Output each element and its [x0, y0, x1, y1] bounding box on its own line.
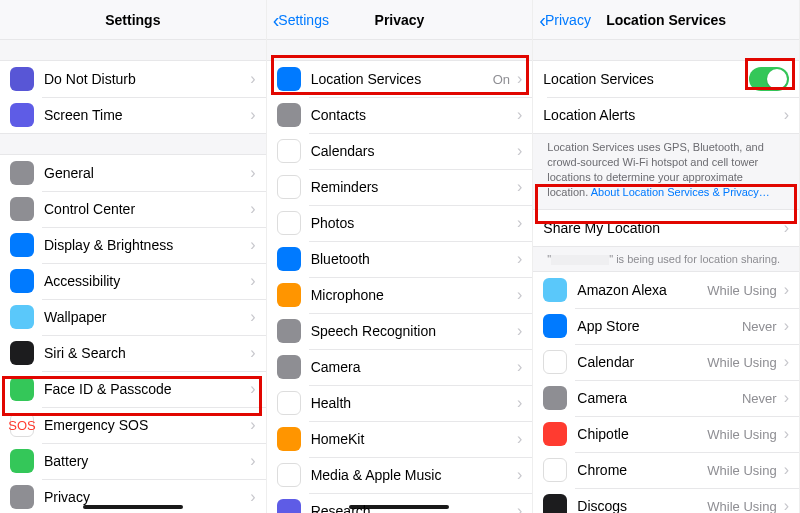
row-label: Chipotle: [577, 426, 707, 442]
row-label: Chrome: [577, 462, 707, 478]
app-row-chipotle[interactable]: Chipotle While Using ›: [533, 416, 799, 452]
settings-row-wallpaper[interactable]: Wallpaper ›: [0, 299, 266, 335]
accessibility-icon: [10, 269, 34, 293]
back-button[interactable]: ‹ Privacy: [539, 10, 591, 30]
hourglass-icon: [10, 103, 34, 127]
privacy-row-location-services[interactable]: Location Services On ›: [267, 61, 533, 97]
row-meta: While Using: [707, 283, 776, 298]
gear-icon: [10, 161, 34, 185]
chevron-right-icon: ›: [250, 200, 255, 218]
privacy-row-reminders[interactable]: Reminders ›: [267, 169, 533, 205]
chevron-right-icon: ›: [250, 70, 255, 88]
row-label: Health: [311, 395, 514, 411]
settings-row-control-center[interactable]: Control Center ›: [0, 191, 266, 227]
privacy-row-contacts[interactable]: Contacts ›: [267, 97, 533, 133]
page-title: Settings: [0, 12, 266, 28]
settings-row-face-id-passcode[interactable]: Face ID & Passcode ›: [0, 371, 266, 407]
row-meta: While Using: [707, 463, 776, 478]
row-label: Emergency SOS: [44, 417, 247, 433]
settings-row-battery[interactable]: Battery ›: [0, 443, 266, 479]
app-row-calendar[interactable]: Calendar While Using ›: [533, 344, 799, 380]
calendar-icon: [543, 350, 567, 374]
speech-icon: [277, 319, 301, 343]
chevron-right-icon: ›: [250, 106, 255, 124]
settings-row-screen-time[interactable]: Screen Time ›: [0, 97, 266, 133]
location-icon: [277, 67, 301, 91]
row-label: Contacts: [311, 107, 514, 123]
contacts-icon: [277, 103, 301, 127]
privacy-row-microphone[interactable]: Microphone ›: [267, 277, 533, 313]
row-label: Screen Time: [44, 107, 247, 123]
row-label: Share My Location: [543, 220, 780, 236]
toggle-switch[interactable]: [749, 67, 789, 91]
row-label: Location Services: [543, 71, 749, 87]
privacy-row-camera[interactable]: Camera ›: [267, 349, 533, 385]
research-icon: [277, 499, 301, 513]
privacy-row-homekit[interactable]: HomeKit ›: [267, 421, 533, 457]
chevron-right-icon: ›: [784, 461, 789, 479]
chipotle-icon: [543, 422, 567, 446]
settings-row-siri-search[interactable]: Siri & Search ›: [0, 335, 266, 371]
chevron-right-icon: ›: [250, 380, 255, 398]
photos-icon: [277, 211, 301, 235]
hand-icon: [10, 485, 34, 509]
settings-row-display-brightness[interactable]: Display & Brightness ›: [0, 227, 266, 263]
row-meta: While Using: [707, 427, 776, 442]
privacy-row-media-apple-music[interactable]: Media & Apple Music ›: [267, 457, 533, 493]
row-meta: Never: [742, 391, 777, 406]
chevron-right-icon: ›: [784, 219, 789, 237]
settings-list[interactable]: Do Not Disturb › Screen Time › General ›…: [0, 40, 266, 513]
privacy-row-photos[interactable]: Photos ›: [267, 205, 533, 241]
switches-icon: [10, 197, 34, 221]
discogs-icon: [543, 494, 567, 513]
app-row-chrome[interactable]: Chrome While Using ›: [533, 452, 799, 488]
app-row-camera[interactable]: Camera Never ›: [533, 380, 799, 416]
about-link[interactable]: About Location Services & Privacy…: [591, 186, 770, 198]
location-alerts-row[interactable]: Location Alerts ›: [533, 97, 799, 133]
privacy-list[interactable]: Location Services On › Contacts › Calend…: [267, 40, 533, 513]
homekit-icon: [277, 427, 301, 451]
row-meta: While Using: [707, 355, 776, 370]
location-list[interactable]: Location Services Location Alerts › Loca…: [533, 40, 799, 513]
row-label: Accessibility: [44, 273, 247, 289]
privacy-row-bluetooth[interactable]: Bluetooth ›: [267, 241, 533, 277]
settings-row-accessibility[interactable]: Accessibility ›: [0, 263, 266, 299]
privacy-row-calendars[interactable]: Calendars ›: [267, 133, 533, 169]
text-size-icon: [10, 233, 34, 257]
location-services-toggle-row[interactable]: Location Services: [533, 61, 799, 97]
health-icon: [277, 391, 301, 415]
row-label: Media & Apple Music: [311, 467, 514, 483]
chevron-right-icon: ›: [784, 106, 789, 124]
back-button[interactable]: ‹ Settings: [273, 10, 329, 30]
row-label: Battery: [44, 453, 247, 469]
app-row-amazon-alexa[interactable]: Amazon Alexa While Using ›: [533, 272, 799, 308]
app-row-discogs[interactable]: Discogs While Using ›: [533, 488, 799, 513]
row-label: Do Not Disturb: [44, 71, 247, 87]
privacy-row-research[interactable]: Research ›: [267, 493, 533, 513]
settings-row-general[interactable]: General ›: [0, 155, 266, 191]
share-my-location-row[interactable]: Share My Location ›: [533, 210, 799, 246]
app-row-app-store[interactable]: App Store Never ›: [533, 308, 799, 344]
settings-row-do-not-disturb[interactable]: Do Not Disturb ›: [0, 61, 266, 97]
chevron-right-icon: ›: [784, 317, 789, 335]
settings-row-emergency-sos[interactable]: SOS Emergency SOS ›: [0, 407, 266, 443]
chevron-right-icon: ›: [784, 353, 789, 371]
back-label: Settings: [278, 12, 329, 28]
row-label: Microphone: [311, 287, 514, 303]
chrome-icon: [543, 458, 567, 482]
chevron-right-icon: ›: [250, 344, 255, 362]
location-note: Location Services uses GPS, Bluetooth, a…: [533, 134, 799, 209]
row-label: Calendar: [577, 354, 707, 370]
privacy-row-health[interactable]: Health ›: [267, 385, 533, 421]
row-label: Calendars: [311, 143, 514, 159]
reminders-icon: [277, 175, 301, 199]
chevron-right-icon: ›: [250, 416, 255, 434]
row-label: Camera: [577, 390, 742, 406]
chevron-right-icon: ›: [517, 142, 522, 160]
chevron-right-icon: ›: [784, 281, 789, 299]
row-label: Bluetooth: [311, 251, 514, 267]
privacy-row-speech-recognition[interactable]: Speech Recognition ›: [267, 313, 533, 349]
row-label: General: [44, 165, 247, 181]
privacy-pane: ‹ Settings Privacy Location Services On …: [267, 0, 534, 513]
row-label: Display & Brightness: [44, 237, 247, 253]
